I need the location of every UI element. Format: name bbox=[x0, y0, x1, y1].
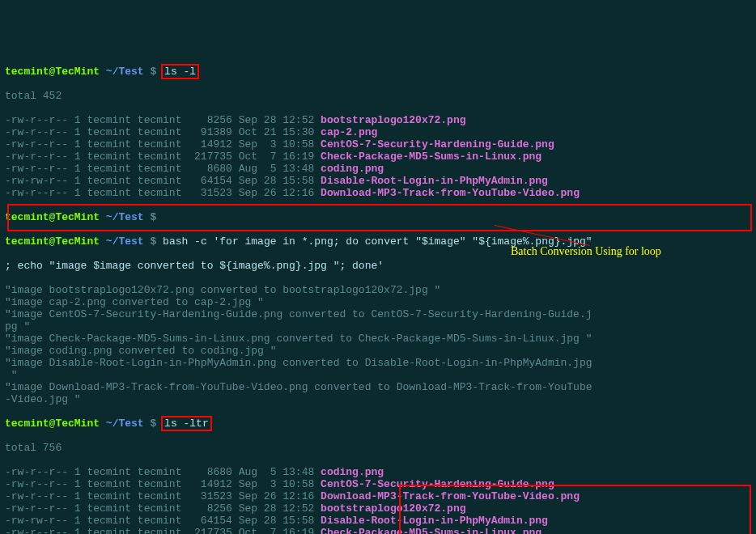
conversion-line: "image bootstraplogo120x72.png converted… bbox=[5, 284, 751, 296]
conversion-output: "image bootstraplogo120x72.png converted… bbox=[5, 284, 751, 405]
annotation-label: Batch Conversion Using for loop bbox=[511, 245, 661, 257]
prompt-line-4: tecmint@TecMint ~/Test $ ls -ltr bbox=[5, 417, 751, 430]
file-row: -rw-rw-r-- 1 tecmint tecmint 64154 Sep 2… bbox=[5, 175, 751, 187]
file-listing-1: -rw-r--r-- 1 tecmint tecmint 8256 Sep 28… bbox=[5, 114, 751, 199]
file-row: -rw-rw-r-- 1 tecmint tecmint 64154 Sep 2… bbox=[5, 515, 751, 527]
prompt-user: tecmint@TecMint bbox=[5, 66, 100, 78]
file-row: -rw-r--r-- 1 tecmint tecmint 217735 Oct … bbox=[5, 150, 751, 163]
conversion-line: "image Disable-Root-Login-in-PhpMyAdmin.… bbox=[5, 357, 751, 381]
file-row: -rw-r--r-- 1 tecmint tecmint 8256 Sep 28… bbox=[5, 114, 751, 126]
file-row: -rw-r--r-- 1 tecmint tecmint 8680 Aug 5 … bbox=[5, 466, 751, 478]
conversion-line: "image cap-2.png converted to cap-2.jpg … bbox=[5, 296, 751, 308]
prompt-line-1: tecmint@TecMint ~/Test $ ls -l bbox=[5, 66, 751, 78]
file-row: -rw-r--r-- 1 tecmint tecmint 14912 Sep 3… bbox=[5, 478, 751, 490]
prompt-dollar: $ bbox=[150, 66, 156, 78]
file-row: -rw-r--r-- 1 tecmint tecmint 14912 Sep 3… bbox=[5, 138, 751, 150]
command-highlight-1: ls -l bbox=[161, 64, 199, 79]
file-row: -rw-r--r-- 1 tecmint tecmint 31523 Sep 2… bbox=[5, 490, 751, 502]
file-row: -rw-r--r-- 1 tecmint tecmint 8680 Aug 5 … bbox=[5, 163, 751, 175]
total-1: total 452 bbox=[5, 90, 751, 102]
file-row: -rw-r--r-- 1 tecmint tecmint 91389 Oct 2… bbox=[5, 126, 751, 138]
conversion-line: "image Download-MP3-Track-from-YouTube-V… bbox=[5, 381, 751, 405]
conversion-line: "image coding.png converted to coding.jp… bbox=[5, 345, 751, 357]
file-row: -rw-r--r-- 1 tecmint tecmint 217735 Oct … bbox=[5, 527, 751, 534]
conversion-line: "image Check-Package-MD5-Sums-in-Linux.p… bbox=[5, 333, 751, 345]
command-highlight-2: ls -ltr bbox=[161, 416, 212, 431]
file-listing-2: -rw-r--r-- 1 tecmint tecmint 8680 Aug 5 … bbox=[5, 466, 751, 534]
command-batch-cont: ; echo "image $image converted to ${imag… bbox=[5, 260, 751, 272]
conversion-line: "image CentOS-7-Security-Hardening-Guide… bbox=[5, 308, 751, 333]
prompt-path: ~/Test bbox=[106, 66, 144, 78]
file-row: -rw-r--r-- 1 tecmint tecmint 8256 Sep 28… bbox=[5, 502, 751, 515]
prompt-line-2: tecmint@TecMint ~/Test $ bbox=[5, 211, 751, 223]
file-row: -rw-r--r-- 1 tecmint tecmint 31523 Sep 2… bbox=[5, 187, 751, 199]
terminal-window[interactable]: tecmint@TecMint ~/Test $ ls -l total 452… bbox=[5, 53, 751, 534]
command-ls-ltr: ls -ltr bbox=[164, 417, 209, 430]
total-2: total 756 bbox=[5, 442, 751, 454]
command-ls-l: ls -l bbox=[164, 66, 196, 78]
